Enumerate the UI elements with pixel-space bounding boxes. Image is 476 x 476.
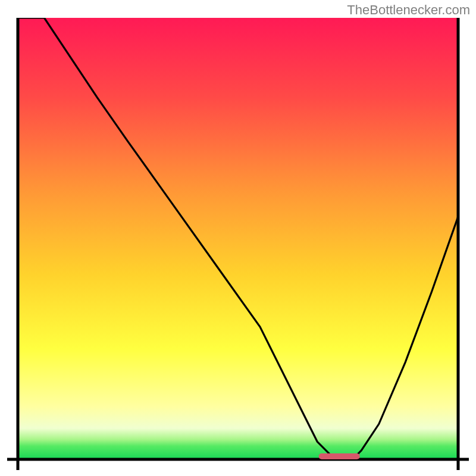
chart-area xyxy=(7,18,469,470)
chart-svg xyxy=(7,18,469,470)
watermark-text: TheBottlenecker.com xyxy=(347,2,470,18)
